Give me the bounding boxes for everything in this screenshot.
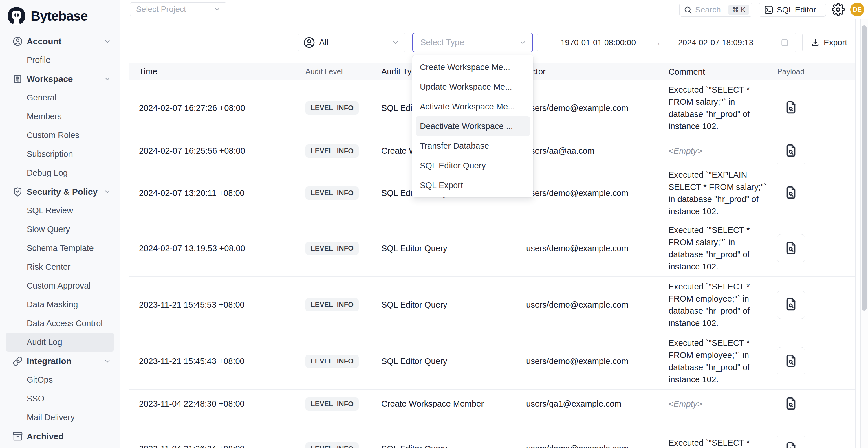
payload-cell [767,234,815,262]
sidebar-item-members[interactable]: Members [0,107,120,126]
actor-filter-value: All [319,38,388,47]
payload-view-button[interactable] [777,435,805,448]
audit-level-badge: LEVEL_INFO [305,442,359,448]
type-filter-select[interactable]: Select Type [412,33,533,52]
chevron-down-icon [104,357,111,365]
archive-icon [13,431,23,441]
actor-cell: users/demo@example.com [526,188,669,198]
sidebar-item-label: Members [27,112,62,121]
payload-view-button[interactable] [777,179,805,207]
sidebar-item-audit-log[interactable]: Audit Log [6,333,114,352]
sidebar-item-label: SQL Review [27,206,73,215]
date-range-start[interactable]: 1970-01-01 08:00:00 [560,38,636,47]
sidebar-item-profile[interactable]: Profile [0,51,120,69]
topbar-divider [120,19,868,19]
payload-cell [767,94,815,122]
payload-view-button[interactable] [777,137,805,165]
sidebar-group-security-policy[interactable]: Security & Policy [0,182,120,201]
sidebar-group-label: Security & Policy [27,187,104,197]
time-cell: 2024-02-07 16:27:26 +08:00 [129,103,303,113]
type-option-create-workspace-me[interactable]: Create Workspace Me... [412,57,533,77]
type-option-update-workspace-me[interactable]: Update Workspace Me... [412,77,533,97]
avatar[interactable]: DE [850,3,864,17]
comment-cell: Executed `"SELECT * FROM employee;"` in … [669,281,767,329]
payload-view-button[interactable] [777,291,805,319]
sidebar-item-general[interactable]: General [0,88,120,107]
payload-view-button[interactable] [777,390,805,418]
audit-level-badge: LEVEL_INFO [305,354,359,368]
audit-type-cell: SQL Editor Query [381,244,526,253]
sidebar-item-subscription[interactable]: Subscription [0,145,120,163]
sql-editor-button[interactable]: SQL Editor [758,3,826,17]
export-label: Export [824,38,847,47]
export-button[interactable]: Export [802,33,856,52]
audit-level-cell: LEVEL_INFO [303,442,381,448]
sidebar-item-mail-delivery[interactable]: Mail Delivery [0,408,120,427]
sidebar-item-data-access-control[interactable]: Data Access Control [0,314,120,333]
chevron-down-icon [392,39,399,46]
bytebase-logo[interactable]: Bytebase [0,0,120,28]
comment-cell: Executed `"SELECT * FROM salary;"` in da… [669,84,767,132]
actor-cell: users/qa1@example.com [526,399,669,409]
type-option-transfer-database[interactable]: Transfer Database [412,136,533,156]
payload-view-button[interactable] [777,347,805,375]
sidebar-group-account[interactable]: Account [0,32,120,51]
chevron-down-icon [519,39,527,46]
file-search-icon [784,396,798,412]
audit-level-badge: LEVEL_INFO [305,298,359,311]
arrow-right-icon: → [653,38,661,47]
actor-cell: users/demo@example.com [526,300,669,310]
brand-name: Bytebase [31,8,88,24]
payload-view-button[interactable] [777,234,805,262]
sidebar-item-label: Data Access Control [27,319,103,328]
sidebar-item-label: Risk Center [27,262,71,272]
sidebar-item-slow-query[interactable]: Slow Query [0,220,120,239]
payload-cell [767,390,815,418]
search-input[interactable]: Search ⌘ K [679,3,752,17]
chevron-down-icon [104,75,111,83]
sidebar-item-label: General [27,93,57,102]
comment-cell: <Empty> [669,398,767,410]
project-select[interactable]: Select Project [130,2,226,16]
sidebar-item-data-masking[interactable]: Data Masking [0,295,120,314]
table-row: 2024-02-07 13:19:53 +08:00LEVEL_INFOSQL … [129,220,856,277]
audit-level-cell: LEVEL_INFO [303,298,381,311]
col-payload: Payload [767,67,815,76]
type-option-activate-workspace-me[interactable]: Activate Workspace Me... [412,97,533,116]
actor-filter-select[interactable]: All [298,33,405,52]
scrollbar-thumb[interactable] [862,26,867,311]
date-range-end[interactable]: 2024-02-07 18:09:13 [678,38,753,47]
sidebar-group-integration[interactable]: Integration [0,352,120,371]
link-icon [13,356,23,366]
sidebar-group-label: Workspace [27,74,104,84]
sidebar-item-custom-roles[interactable]: Custom Roles [0,126,120,145]
gear-icon[interactable] [832,3,845,16]
type-dropdown-menu: Create Workspace Me...Update Workspace M… [412,55,533,197]
sidebar-item-custom-approval[interactable]: Custom Approval [0,277,120,295]
sidebar-item-gitops[interactable]: GitOps [0,371,120,389]
sidebar-nav: AccountProfileWorkspaceGeneralMembersCus… [0,32,120,446]
sidebar-item-sql-review[interactable]: SQL Review [0,201,120,220]
sidebar-item-risk-center[interactable]: Risk Center [0,258,120,277]
type-option-sql-editor-query[interactable]: SQL Editor Query [412,156,533,175]
time-cell: 2023-11-04 21:26:24 +08:00 [129,444,303,448]
audit-level-badge: LEVEL_INFO [305,242,359,255]
sidebar-item-schema-template[interactable]: Schema Template [0,239,120,258]
sidebar-group-label: Integration [27,356,104,366]
payload-view-button[interactable] [777,94,805,122]
comment-cell: Executed `"EXPLAIN SELECT * FROM salary;… [669,169,767,217]
sidebar-item-sso[interactable]: SSO [0,389,120,408]
file-search-icon [784,354,798,369]
sidebar-group-workspace[interactable]: Workspace [0,69,120,88]
sidebar-item-label: Schema Template [27,244,94,253]
table-row: 2023-11-21 15:45:53 +08:00LEVEL_INFOSQL … [129,277,856,333]
comment-cell: <Empty> [669,145,767,157]
audit-level-cell: LEVEL_INFO [303,397,381,411]
type-option-sql-export[interactable]: SQL Export [412,175,533,195]
type-option-deactivate-workspace[interactable]: Deactivate Workspace ... [416,116,530,136]
sidebar-group-archived[interactable]: Archived [0,427,120,446]
sidebar-item-label: Profile [27,55,51,65]
date-range-picker[interactable]: 1970-01-01 08:00:00 → 2024-02-07 18:09:1… [537,33,796,52]
chevron-down-icon [104,188,111,196]
sidebar-item-debug-log[interactable]: Debug Log [0,163,120,182]
